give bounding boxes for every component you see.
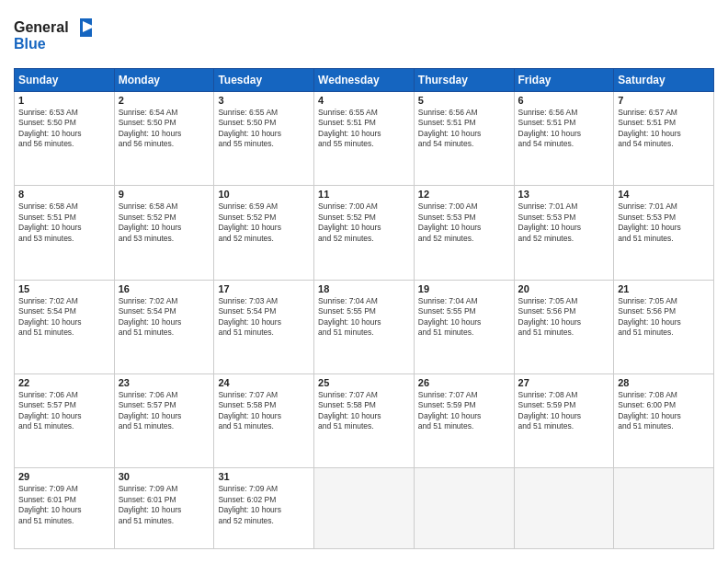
calendar-cell: 27Sunrise: 7:08 AMSunset: 5:59 PMDayligh… xyxy=(514,373,614,467)
day-number: 19 xyxy=(418,283,510,294)
calendar-cell: 18Sunrise: 7:04 AMSunset: 5:55 PMDayligh… xyxy=(314,280,415,373)
day-info: Sunrise: 7:09 AMSunset: 6:01 PMDaylight:… xyxy=(119,484,210,526)
day-info: Sunrise: 7:08 AMSunset: 5:59 PMDaylight:… xyxy=(518,390,610,432)
day-number: 16 xyxy=(119,283,210,294)
day-number: 26 xyxy=(418,377,510,388)
day-number: 28 xyxy=(618,377,710,388)
weekday-header-thursday: Thursday xyxy=(414,69,514,92)
calendar-cell: 5Sunrise: 6:56 AMSunset: 5:51 PMDaylight… xyxy=(414,92,514,186)
calendar-cell: 17Sunrise: 7:03 AMSunset: 5:54 PMDayligh… xyxy=(214,280,314,373)
day-number: 4 xyxy=(318,95,410,106)
logo: General Blue xyxy=(14,14,97,59)
day-info: Sunrise: 7:07 AMSunset: 5:59 PMDaylight:… xyxy=(418,390,510,432)
day-number: 23 xyxy=(119,377,210,388)
calendar-cell: 16Sunrise: 7:02 AMSunset: 5:54 PMDayligh… xyxy=(114,280,214,373)
day-info: Sunrise: 7:01 AMSunset: 5:53 PMDaylight:… xyxy=(618,201,710,244)
weekday-header-saturday: Saturday xyxy=(614,69,714,92)
week-row-2: 8Sunrise: 6:58 AMSunset: 5:51 PMDaylight… xyxy=(15,186,714,280)
calendar-cell: 8Sunrise: 6:58 AMSunset: 5:51 PMDaylight… xyxy=(15,186,115,280)
day-number: 27 xyxy=(518,377,610,388)
calendar-cell: 14Sunrise: 7:01 AMSunset: 5:53 PMDayligh… xyxy=(614,186,714,280)
calendar-cell: 19Sunrise: 7:04 AMSunset: 5:55 PMDayligh… xyxy=(414,280,514,373)
day-number: 29 xyxy=(18,471,110,482)
day-info: Sunrise: 7:06 AMSunset: 5:57 PMDaylight:… xyxy=(119,390,210,432)
day-number: 31 xyxy=(218,471,310,482)
day-info: Sunrise: 7:09 AMSunset: 6:01 PMDaylight:… xyxy=(18,484,110,526)
day-info: Sunrise: 7:09 AMSunset: 6:02 PMDaylight:… xyxy=(218,484,310,526)
day-number: 1 xyxy=(18,95,110,106)
calendar-cell xyxy=(514,468,614,549)
day-info: Sunrise: 7:03 AMSunset: 5:54 PMDaylight:… xyxy=(218,296,310,339)
weekday-header-sunday: Sunday xyxy=(15,69,115,92)
day-info: Sunrise: 7:00 AMSunset: 5:53 PMDaylight:… xyxy=(418,201,510,244)
calendar-cell: 24Sunrise: 7:07 AMSunset: 5:58 PMDayligh… xyxy=(214,373,314,467)
day-number: 30 xyxy=(119,471,210,482)
calendar-cell: 3Sunrise: 6:55 AMSunset: 5:50 PMDaylight… xyxy=(214,92,314,186)
calendar-cell: 7Sunrise: 6:57 AMSunset: 5:51 PMDaylight… xyxy=(614,92,714,186)
weekday-header-wednesday: Wednesday xyxy=(314,69,415,92)
header: General Blue xyxy=(14,14,714,59)
day-number: 25 xyxy=(318,377,410,388)
calendar-cell: 4Sunrise: 6:55 AMSunset: 5:51 PMDaylight… xyxy=(314,92,415,186)
day-info: Sunrise: 7:00 AMSunset: 5:52 PMDaylight:… xyxy=(318,201,410,244)
calendar-cell: 12Sunrise: 7:00 AMSunset: 5:53 PMDayligh… xyxy=(414,186,514,280)
day-number: 15 xyxy=(18,283,110,294)
svg-text:General: General xyxy=(14,19,69,35)
day-info: Sunrise: 7:08 AMSunset: 6:00 PMDaylight:… xyxy=(618,390,710,432)
day-info: Sunrise: 6:53 AMSunset: 5:50 PMDaylight:… xyxy=(18,108,110,150)
weekday-header-tuesday: Tuesday xyxy=(214,69,314,92)
day-info: Sunrise: 7:02 AMSunset: 5:54 PMDaylight:… xyxy=(119,296,210,339)
day-info: Sunrise: 7:04 AMSunset: 5:55 PMDaylight:… xyxy=(318,296,410,339)
day-info: Sunrise: 7:04 AMSunset: 5:55 PMDaylight:… xyxy=(418,296,510,339)
day-number: 12 xyxy=(418,189,510,200)
calendar-cell xyxy=(314,468,415,549)
day-info: Sunrise: 7:07 AMSunset: 5:58 PMDaylight:… xyxy=(318,390,410,432)
page: General Blue SundayMondayTuesdayWednesda… xyxy=(0,0,728,563)
weekday-header-friday: Friday xyxy=(514,69,614,92)
day-number: 9 xyxy=(119,189,210,200)
day-info: Sunrise: 6:58 AMSunset: 5:51 PMDaylight:… xyxy=(18,201,110,244)
calendar-cell: 29Sunrise: 7:09 AMSunset: 6:01 PMDayligh… xyxy=(15,468,115,549)
day-info: Sunrise: 6:55 AMSunset: 5:51 PMDaylight:… xyxy=(318,108,410,150)
calendar-table: SundayMondayTuesdayWednesdayThursdayFrid… xyxy=(14,68,714,549)
calendar-cell: 30Sunrise: 7:09 AMSunset: 6:01 PMDayligh… xyxy=(114,468,214,549)
day-info: Sunrise: 6:54 AMSunset: 5:50 PMDaylight:… xyxy=(119,108,210,150)
day-number: 3 xyxy=(218,95,310,106)
day-number: 17 xyxy=(218,283,310,294)
calendar-cell: 21Sunrise: 7:05 AMSunset: 5:56 PMDayligh… xyxy=(614,280,714,373)
calendar-cell: 2Sunrise: 6:54 AMSunset: 5:50 PMDaylight… xyxy=(114,92,214,186)
day-number: 8 xyxy=(18,189,110,200)
day-info: Sunrise: 6:58 AMSunset: 5:52 PMDaylight:… xyxy=(119,201,210,244)
calendar-cell: 6Sunrise: 6:56 AMSunset: 5:51 PMDaylight… xyxy=(514,92,614,186)
week-row-1: 1Sunrise: 6:53 AMSunset: 5:50 PMDaylight… xyxy=(15,92,714,186)
calendar-cell: 28Sunrise: 7:08 AMSunset: 6:00 PMDayligh… xyxy=(614,373,714,467)
day-number: 22 xyxy=(18,377,110,388)
weekday-header-monday: Monday xyxy=(114,69,214,92)
calendar-cell: 1Sunrise: 6:53 AMSunset: 5:50 PMDaylight… xyxy=(15,92,115,186)
calendar-cell xyxy=(414,468,514,549)
week-row-3: 15Sunrise: 7:02 AMSunset: 5:54 PMDayligh… xyxy=(15,280,714,373)
day-info: Sunrise: 6:59 AMSunset: 5:52 PMDaylight:… xyxy=(218,201,310,244)
day-number: 10 xyxy=(218,189,310,200)
day-number: 13 xyxy=(518,189,610,200)
day-info: Sunrise: 7:02 AMSunset: 5:54 PMDaylight:… xyxy=(18,296,110,339)
day-number: 7 xyxy=(618,95,710,106)
day-info: Sunrise: 7:06 AMSunset: 5:57 PMDaylight:… xyxy=(18,390,110,432)
weekday-header-row: SundayMondayTuesdayWednesdayThursdayFrid… xyxy=(15,69,714,92)
day-number: 5 xyxy=(418,95,510,106)
day-number: 18 xyxy=(318,283,410,294)
calendar-cell: 25Sunrise: 7:07 AMSunset: 5:58 PMDayligh… xyxy=(314,373,415,467)
day-info: Sunrise: 6:57 AMSunset: 5:51 PMDaylight:… xyxy=(618,108,710,150)
day-number: 20 xyxy=(518,283,610,294)
day-info: Sunrise: 6:55 AMSunset: 5:50 PMDaylight:… xyxy=(218,108,310,150)
calendar-cell xyxy=(614,468,714,549)
calendar-cell: 23Sunrise: 7:06 AMSunset: 5:57 PMDayligh… xyxy=(114,373,214,467)
day-info: Sunrise: 6:56 AMSunset: 5:51 PMDaylight:… xyxy=(418,108,510,150)
day-number: 6 xyxy=(518,95,610,106)
day-info: Sunrise: 7:05 AMSunset: 5:56 PMDaylight:… xyxy=(518,296,610,339)
day-info: Sunrise: 7:01 AMSunset: 5:53 PMDaylight:… xyxy=(518,201,610,244)
calendar-cell: 31Sunrise: 7:09 AMSunset: 6:02 PMDayligh… xyxy=(214,468,314,549)
day-info: Sunrise: 7:05 AMSunset: 5:56 PMDaylight:… xyxy=(618,296,710,339)
svg-text:Blue: Blue xyxy=(14,36,46,52)
day-number: 14 xyxy=(618,189,710,200)
